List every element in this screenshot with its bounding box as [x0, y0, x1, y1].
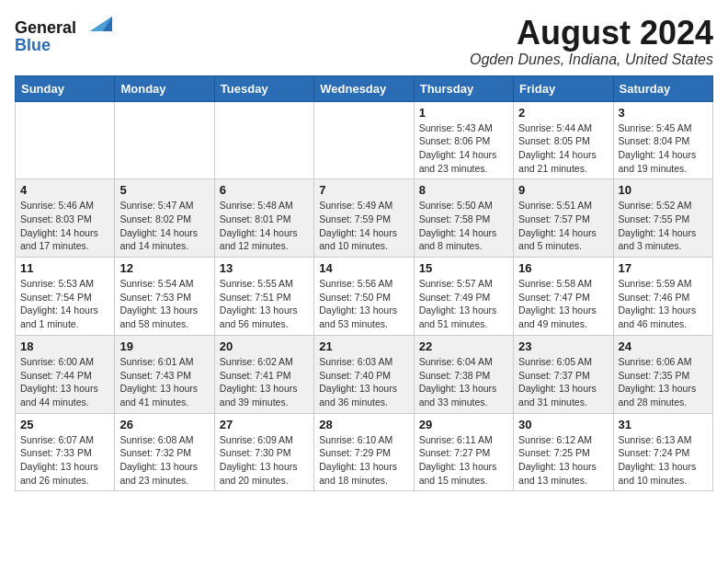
day-number: 9: [518, 183, 608, 197]
calendar-cell: 10Sunrise: 5:52 AM Sunset: 7:55 PM Dayli…: [613, 179, 712, 258]
month-title: August 2024: [470, 15, 713, 52]
calendar-cell: 29Sunrise: 6:11 AM Sunset: 7:27 PM Dayli…: [414, 413, 513, 491]
calendar-cell: 31Sunrise: 6:13 AM Sunset: 7:24 PM Dayli…: [613, 413, 712, 491]
day-info: Sunrise: 6:05 AM Sunset: 7:37 PM Dayligh…: [518, 355, 608, 409]
day-info: Sunrise: 5:52 AM Sunset: 7:55 PM Dayligh…: [619, 199, 708, 253]
day-number: 12: [119, 261, 209, 275]
day-info: Sunrise: 5:44 AM Sunset: 8:05 PM Dayligh…: [518, 121, 608, 176]
day-number: 24: [619, 339, 708, 353]
day-number: 22: [419, 339, 508, 353]
day-number: 1: [419, 106, 508, 120]
day-info: Sunrise: 6:07 AM Sunset: 7:33 PM Dayligh…: [20, 433, 109, 488]
calendar-cell: 17Sunrise: 5:59 AM Sunset: 7:46 PM Dayli…: [613, 258, 712, 336]
calendar-cell: 24Sunrise: 6:06 AM Sunset: 7:35 PM Dayli…: [613, 335, 712, 413]
weekday-header: Wednesday: [314, 75, 414, 101]
calendar-cell: 16Sunrise: 5:58 AM Sunset: 7:47 PM Dayli…: [514, 258, 613, 336]
day-info: Sunrise: 6:06 AM Sunset: 7:35 PM Dayligh…: [619, 355, 708, 409]
calendar-table: SundayMondayTuesdayWednesdayThursdayFrid…: [15, 75, 713, 492]
calendar-cell: 28Sunrise: 6:10 AM Sunset: 7:29 PM Dayli…: [314, 413, 414, 491]
day-number: 3: [619, 106, 708, 120]
calendar-cell: 13Sunrise: 5:55 AM Sunset: 7:51 PM Dayli…: [214, 258, 313, 336]
day-number: 14: [319, 261, 408, 275]
title-area: August 2024 Ogden Dunes, Indiana, United…: [470, 15, 713, 68]
day-info: Sunrise: 5:56 AM Sunset: 7:50 PM Dayligh…: [319, 277, 408, 331]
calendar-cell: 11Sunrise: 5:53 AM Sunset: 7:54 PM Dayli…: [16, 258, 115, 336]
calendar-header-row: SundayMondayTuesdayWednesdayThursdayFrid…: [16, 75, 713, 101]
calendar-cell: 2Sunrise: 5:44 AM Sunset: 8:05 PM Daylig…: [514, 101, 613, 179]
weekday-header: Monday: [115, 75, 214, 101]
weekday-header: Thursday: [414, 75, 513, 101]
day-number: 15: [419, 261, 508, 275]
calendar-cell: [314, 101, 414, 179]
day-info: Sunrise: 6:01 AM Sunset: 7:43 PM Dayligh…: [119, 355, 209, 409]
calendar-cell: 4Sunrise: 5:46 AM Sunset: 8:03 PM Daylig…: [16, 179, 115, 258]
day-info: Sunrise: 6:10 AM Sunset: 7:29 PM Dayligh…: [319, 433, 408, 488]
calendar-cell: 18Sunrise: 6:00 AM Sunset: 7:44 PM Dayli…: [16, 335, 115, 413]
day-info: Sunrise: 5:47 AM Sunset: 8:02 PM Dayligh…: [119, 199, 209, 253]
calendar-cell: 7Sunrise: 5:49 AM Sunset: 7:59 PM Daylig…: [314, 179, 414, 258]
weekday-header: Tuesday: [214, 75, 313, 101]
calendar-week-row: 25Sunrise: 6:07 AM Sunset: 7:33 PM Dayli…: [16, 413, 713, 491]
day-number: 2: [518, 106, 608, 120]
day-number: 16: [518, 261, 608, 275]
calendar-week-row: 1Sunrise: 5:43 AM Sunset: 8:06 PM Daylig…: [16, 101, 713, 179]
day-number: 11: [20, 261, 109, 275]
calendar-cell: [16, 101, 115, 179]
day-number: 19: [119, 339, 209, 353]
day-number: 27: [220, 418, 309, 431]
day-info: Sunrise: 6:04 AM Sunset: 7:38 PM Dayligh…: [419, 355, 508, 409]
day-info: Sunrise: 5:49 AM Sunset: 7:59 PM Dayligh…: [319, 199, 408, 253]
day-number: 20: [220, 339, 309, 353]
calendar-cell: 23Sunrise: 6:05 AM Sunset: 7:37 PM Dayli…: [514, 335, 613, 413]
calendar-cell: 6Sunrise: 5:48 AM Sunset: 8:01 PM Daylig…: [214, 179, 313, 258]
calendar-cell: 12Sunrise: 5:54 AM Sunset: 7:53 PM Dayli…: [115, 258, 214, 336]
calendar-cell: 14Sunrise: 5:56 AM Sunset: 7:50 PM Dayli…: [314, 258, 414, 336]
logo-general-text: General: [15, 18, 76, 37]
day-number: 31: [619, 418, 708, 431]
day-number: 8: [419, 183, 508, 197]
day-info: Sunrise: 5:50 AM Sunset: 7:58 PM Dayligh…: [419, 199, 508, 253]
calendar-cell: [214, 101, 313, 179]
calendar-cell: 8Sunrise: 5:50 AM Sunset: 7:58 PM Daylig…: [414, 179, 513, 258]
calendar-cell: 26Sunrise: 6:08 AM Sunset: 7:32 PM Dayli…: [115, 413, 214, 491]
day-info: Sunrise: 6:08 AM Sunset: 7:32 PM Dayligh…: [119, 433, 209, 488]
calendar-week-row: 4Sunrise: 5:46 AM Sunset: 8:03 PM Daylig…: [16, 179, 713, 258]
calendar-week-row: 18Sunrise: 6:00 AM Sunset: 7:44 PM Dayli…: [16, 335, 713, 413]
day-number: 6: [220, 183, 309, 197]
day-info: Sunrise: 5:43 AM Sunset: 8:06 PM Dayligh…: [419, 121, 508, 176]
calendar-cell: 9Sunrise: 5:51 AM Sunset: 7:57 PM Daylig…: [514, 179, 613, 258]
day-info: Sunrise: 5:54 AM Sunset: 7:53 PM Dayligh…: [119, 277, 209, 331]
weekday-header: Friday: [514, 75, 613, 101]
day-info: Sunrise: 6:02 AM Sunset: 7:41 PM Dayligh…: [220, 355, 309, 409]
calendar-cell: 15Sunrise: 5:57 AM Sunset: 7:49 PM Dayli…: [414, 258, 513, 336]
day-number: 18: [20, 339, 109, 353]
day-number: 5: [119, 183, 209, 197]
day-number: 13: [220, 261, 309, 275]
day-info: Sunrise: 5:59 AM Sunset: 7:46 PM Dayligh…: [619, 277, 708, 331]
day-number: 25: [20, 418, 109, 431]
logo: General Blue: [15, 15, 112, 53]
calendar-cell: 19Sunrise: 6:01 AM Sunset: 7:43 PM Dayli…: [115, 335, 214, 413]
day-info: Sunrise: 5:55 AM Sunset: 7:51 PM Dayligh…: [220, 277, 309, 331]
day-number: 17: [619, 261, 708, 275]
day-info: Sunrise: 6:00 AM Sunset: 7:44 PM Dayligh…: [20, 355, 109, 409]
weekday-header: Sunday: [16, 75, 115, 101]
day-info: Sunrise: 6:13 AM Sunset: 7:24 PM Dayligh…: [619, 433, 708, 488]
day-number: 23: [518, 339, 608, 353]
calendar-cell: 20Sunrise: 6:02 AM Sunset: 7:41 PM Dayli…: [214, 335, 313, 413]
day-info: Sunrise: 5:48 AM Sunset: 8:01 PM Dayligh…: [220, 199, 309, 253]
logo-icon: [83, 15, 112, 33]
day-number: 30: [518, 418, 608, 431]
day-number: 28: [319, 418, 408, 431]
calendar-cell: 30Sunrise: 6:12 AM Sunset: 7:25 PM Dayli…: [514, 413, 613, 491]
day-number: 4: [20, 183, 109, 197]
day-info: Sunrise: 5:57 AM Sunset: 7:49 PM Dayligh…: [419, 277, 508, 331]
day-info: Sunrise: 6:12 AM Sunset: 7:25 PM Dayligh…: [518, 433, 608, 488]
calendar-cell: [115, 101, 214, 179]
calendar-cell: 27Sunrise: 6:09 AM Sunset: 7:30 PM Dayli…: [214, 413, 313, 491]
calendar-cell: 1Sunrise: 5:43 AM Sunset: 8:06 PM Daylig…: [414, 101, 513, 179]
calendar-week-row: 11Sunrise: 5:53 AM Sunset: 7:54 PM Dayli…: [16, 258, 713, 336]
page-header: General Blue August 2024 Ogden Dunes, In…: [15, 15, 713, 68]
day-info: Sunrise: 5:46 AM Sunset: 8:03 PM Dayligh…: [20, 199, 109, 253]
day-info: Sunrise: 6:03 AM Sunset: 7:40 PM Dayligh…: [319, 355, 408, 409]
